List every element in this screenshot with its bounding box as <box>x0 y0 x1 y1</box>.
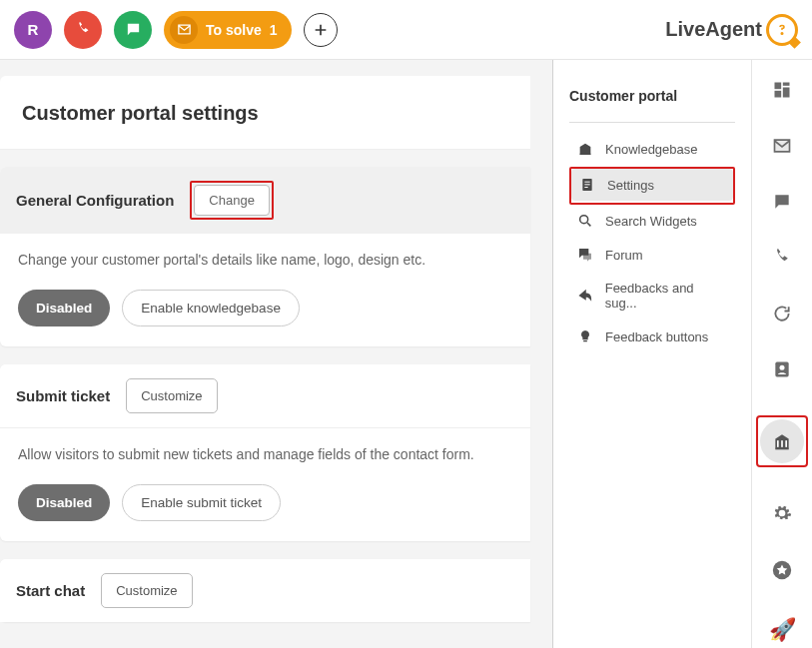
card-title: General Configuration <box>16 192 174 209</box>
svg-point-6 <box>780 365 785 370</box>
top-bar: LiveAgent To solve 1 R <box>0 0 812 60</box>
to-solve-count: 1 <box>270 22 278 38</box>
rail-calls[interactable] <box>760 248 804 268</box>
new-item-button[interactable] <box>304 13 338 47</box>
brand-mark-icon <box>766 14 798 46</box>
card-start-chat: Start chat Customize <box>0 559 530 622</box>
subnav-knowledgebase[interactable]: Knowledgebase <box>569 133 735 165</box>
bank-icon <box>577 141 595 157</box>
subnav-label: Knowledgebase <box>605 142 698 157</box>
chat-button[interactable] <box>114 11 152 49</box>
rail-chats[interactable] <box>760 192 804 212</box>
search-icon <box>577 213 595 229</box>
card-desc: Change your customer portal's details li… <box>18 252 512 268</box>
svg-rect-3 <box>783 88 790 98</box>
disabled-badge[interactable]: Disabled <box>18 484 110 521</box>
subnav-label: Feedback buttons <box>605 329 708 344</box>
rail-contacts[interactable] <box>760 359 804 379</box>
to-solve-pill[interactable]: To solve 1 <box>164 11 292 49</box>
brand-logo: LiveAgent <box>665 14 798 46</box>
customize-chat-button[interactable]: Customize <box>101 573 192 608</box>
bulb-icon <box>577 328 595 344</box>
customize-submit-button[interactable]: Customize <box>126 378 217 413</box>
svg-rect-10 <box>785 440 787 447</box>
rail-favorites[interactable] <box>760 559 804 581</box>
disabled-badge[interactable]: Disabled <box>18 290 110 326</box>
rail-knowledgebase[interactable] <box>760 419 804 463</box>
button-row: Disabled Enable knowledgebase <box>18 290 512 326</box>
svg-rect-18 <box>583 340 587 341</box>
card-title: Start chat <box>16 582 85 599</box>
rail-mail[interactable] <box>760 136 804 156</box>
nav-rail: 🚀 <box>752 60 812 648</box>
document-icon <box>579 177 597 193</box>
subnav-feedbacks[interactable]: Feedbacks and sug... <box>569 273 735 319</box>
rail-dashboard[interactable] <box>760 80 804 100</box>
svg-rect-9 <box>781 440 783 447</box>
change-button-highlight: Change <box>190 181 274 220</box>
card-head: Start chat Customize <box>0 559 530 622</box>
forum-icon <box>577 247 595 263</box>
call-button[interactable] <box>64 11 102 49</box>
enable-knowledgebase-button[interactable]: Enable knowledgebase <box>122 290 300 326</box>
subnav-label: Search Widgets <box>605 214 697 229</box>
card-submit-ticket: Submit ticket Customize Allow visitors t… <box>0 364 530 541</box>
svg-rect-7 <box>775 448 788 450</box>
card-general-config: General Configuration Change Change your… <box>0 167 530 346</box>
rail-knowledgebase-highlight <box>756 415 808 467</box>
page-title: Customer portal settings <box>0 76 530 149</box>
svg-rect-1 <box>775 83 782 90</box>
card-head: General Configuration Change <box>0 167 530 234</box>
enable-submit-ticket-button[interactable]: Enable submit ticket <box>122 484 281 521</box>
card-body: Change your customer portal's details li… <box>0 234 530 326</box>
subnav: Customer portal Knowledgebase Settings S… <box>552 60 752 648</box>
content-area: Customer portal settings General Configu… <box>0 60 552 648</box>
card-desc: Allow visitors to submit new tickets and… <box>18 446 512 462</box>
svg-rect-8 <box>777 440 779 447</box>
user-avatar[interactable]: R <box>14 11 52 49</box>
subnav-settings-highlight: Settings <box>569 167 735 205</box>
avatar-initial: R <box>28 21 39 38</box>
button-row: Disabled Enable submit ticket <box>18 484 512 521</box>
rail-refresh[interactable] <box>760 304 804 324</box>
rail-settings[interactable] <box>760 503 804 523</box>
mail-icon <box>170 16 198 44</box>
svg-point-17 <box>580 216 588 224</box>
subnav-title: Customer portal <box>569 88 735 123</box>
svg-point-0 <box>781 32 783 34</box>
change-button[interactable]: Change <box>194 185 270 216</box>
svg-rect-2 <box>783 83 790 86</box>
card-body: Allow visitors to submit new tickets and… <box>0 428 530 521</box>
svg-rect-16 <box>584 187 587 188</box>
subnav-label: Settings <box>607 178 654 193</box>
svg-rect-15 <box>584 184 589 185</box>
subnav-label: Feedbacks and sug... <box>605 281 727 311</box>
brand-text: LiveAgent <box>665 18 762 41</box>
to-solve-label: To solve <box>206 22 262 38</box>
subnav-label: Forum <box>605 248 643 263</box>
svg-rect-14 <box>584 182 589 183</box>
card-title: Submit ticket <box>16 387 110 404</box>
main-layout: 🚀 Customer portal Knowledgebase Settings… <box>0 60 812 648</box>
share-icon <box>577 288 595 304</box>
subnav-search-widgets[interactable]: Search Widgets <box>569 205 735 237</box>
subnav-forum[interactable]: Forum <box>569 239 735 271</box>
subnav-settings[interactable]: Settings <box>571 169 733 201</box>
card-head: Submit ticket Customize <box>0 364 530 428</box>
svg-rect-12 <box>580 154 591 155</box>
svg-rect-4 <box>775 91 782 98</box>
rail-rocket[interactable]: 🚀 <box>760 617 804 643</box>
subnav-feedback-buttons[interactable]: Feedback buttons <box>569 321 735 352</box>
